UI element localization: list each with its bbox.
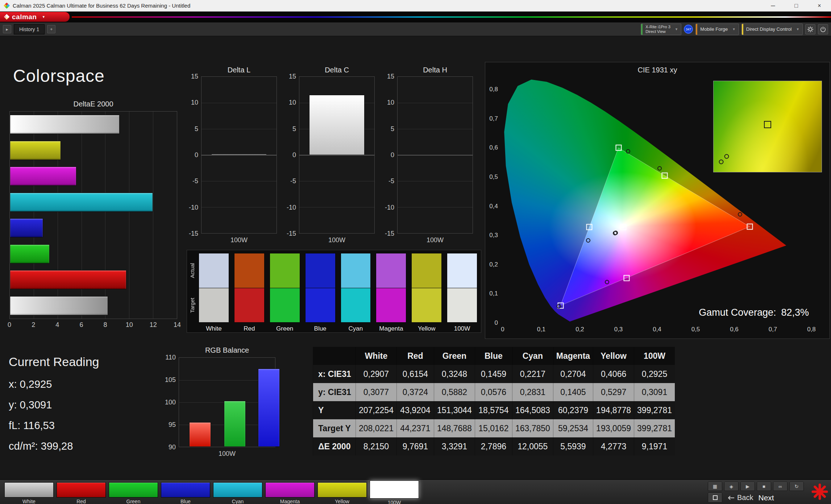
patch-color-green (109, 482, 158, 497)
patch-color-cyan (213, 482, 262, 497)
continuous-icon[interactable]: ∞ (773, 482, 788, 491)
next-button[interactable]: Next (758, 494, 774, 502)
delta-c-chart: Delta C 151050-5-10-15 100W (284, 66, 375, 244)
tab-history-1[interactable]: History 1 (14, 24, 45, 34)
gamut-coverage-label: Gamut Coverage: (699, 307, 776, 318)
refresh-icon[interactable]: ↻ (789, 482, 804, 491)
settings-button[interactable] (805, 24, 815, 34)
table-header-cell (313, 347, 356, 365)
tick-label: -10 (385, 203, 394, 211)
table-cell: 0,2217 (512, 365, 553, 383)
deltae-plot (9, 111, 177, 319)
delta-h-title: Delta H (397, 66, 473, 74)
patch-button-red[interactable]: Red (57, 482, 106, 504)
deltae-bar-yellow (10, 141, 61, 160)
table-cell: 4,2773 (593, 437, 634, 455)
table-cell: 163,7850 (512, 419, 553, 437)
cie-target-green (615, 145, 622, 151)
patch-button-magenta[interactable]: Magenta (265, 482, 315, 504)
calman-menu-button[interactable]: calman ▾ (0, 12, 70, 22)
table-cell: 0,3724 (396, 383, 434, 401)
chevron-down-icon: ▾ (797, 27, 799, 32)
table-header-cell: White (356, 347, 397, 365)
reading-x: x: 0,2925 (9, 378, 99, 390)
deltae-bar-row (10, 267, 177, 293)
cie-measured-red (738, 212, 742, 217)
play-icon[interactable]: ▶ (740, 482, 755, 491)
deltae-tick-label: 2 (32, 321, 35, 329)
patch-label: Cyan (213, 497, 262, 504)
table-cell: 0,2831 (512, 383, 553, 401)
deltae-bar-cyan (10, 193, 153, 212)
table-cell: 43,9204 (396, 401, 434, 419)
gridline (398, 129, 473, 129)
table-cell: 0,1459 (475, 365, 512, 383)
patch-button-100w[interactable]: 100W (370, 482, 419, 504)
tick-label: 10 (387, 99, 394, 106)
title-bar: Calman 2025 Calman Ultimate for Business… (0, 0, 831, 12)
maximize-button[interactable]: □ (785, 0, 808, 11)
target-swatch-white (199, 288, 229, 323)
table-cell: 0,2704 (553, 365, 593, 383)
minimize-button[interactable]: ─ (761, 0, 785, 11)
rgb-balance-xlabel: 100W (179, 450, 275, 458)
pattern-window-icon[interactable]: ▦ (708, 482, 722, 491)
patch-button-cyan[interactable]: Cyan (213, 482, 262, 504)
patch-color-yellow (317, 482, 367, 497)
tick-label: -5 (389, 177, 394, 185)
page-title: Colorspace (13, 66, 105, 86)
swatch-label-yellow: Yellow (411, 323, 442, 333)
deltae-bar-row (10, 163, 177, 189)
patch-button-blue[interactable]: Blue (161, 482, 210, 504)
meter-selector[interactable]: X-Rite i1Pro 3 Direct View ▾ (641, 24, 681, 35)
tick-label: 5 (292, 125, 296, 133)
swatch-label-cyan: Cyan (341, 323, 371, 333)
table-row-label: ΔE 2000 (313, 437, 356, 455)
meter-name: X-Rite i1Pro 3 (645, 25, 670, 29)
cie-x-tick: 0,5 (691, 326, 700, 333)
patch-button-white[interactable]: White (4, 482, 54, 504)
pattern-window-button[interactable] (708, 493, 722, 503)
deltae-tick-label: 12 (150, 321, 157, 329)
deltae-tick-label: 10 (126, 321, 133, 329)
meter-count-badge: 347 (684, 25, 693, 34)
stop-icon[interactable]: ■ (757, 482, 771, 491)
add-tab-button[interactable]: + (47, 25, 55, 33)
actual-swatch-red (234, 253, 265, 288)
power-button[interactable] (818, 24, 828, 34)
back-button[interactable]: Back (727, 494, 753, 502)
actual-swatch-cyan (341, 253, 371, 288)
deltae-bar-row (10, 112, 177, 138)
swatch-label-green: Green (270, 323, 300, 333)
display-control-selector[interactable]: Direct Display Control ▾ (741, 24, 803, 35)
cie-x-tick: 0,2 (576, 326, 584, 333)
cie-title: CIE 1931 xy (485, 66, 830, 74)
table-cell: 151,3044 (434, 401, 475, 419)
delta-l-chart: Delta L 151050-5-10-15 100W (186, 66, 277, 244)
close-button[interactable]: × (808, 0, 831, 11)
table-cell: 44,2371 (396, 419, 434, 437)
table-row: y: CIE310,30770,37240,58820,05760,28310,… (313, 383, 675, 401)
patch-button-yellow[interactable]: Yellow (317, 482, 367, 504)
cie-measured-green (626, 149, 630, 154)
cie-x-tick: 0,8 (807, 326, 816, 333)
patch-color-100w (370, 480, 419, 499)
gridline (299, 181, 374, 181)
table-cell: 59,2534 (553, 419, 593, 437)
deltae-bar-row (10, 215, 177, 241)
patch-button-green[interactable]: Green (109, 482, 158, 504)
calman-logo: calman (12, 13, 37, 21)
source-icon[interactable]: ◈ (724, 482, 739, 491)
tab-scroll-button[interactable]: ▸ (3, 25, 11, 33)
calman-diamond-icon (4, 14, 10, 20)
actual-target-swatch-panel: Actual Target WhiteRedGreenBlueCyanMagen… (187, 250, 481, 333)
display-status-stripe (742, 24, 743, 35)
rgb-balance-chart: RGB Balance 1101051009590 100W (163, 346, 275, 458)
pattern-source-selector[interactable]: Mobile Forge ▾ (695, 24, 739, 35)
back-arrow-icon (727, 495, 735, 500)
table-row-label: Target Y (313, 419, 356, 437)
cie-y-tick: 0,2 (489, 261, 498, 268)
delta-c-title: Delta C (299, 66, 375, 74)
workflow-toolbar: ▸ History 1 + X-Rite i1Pro 3 Direct View… (0, 22, 831, 36)
table-cell: 0,5882 (434, 383, 475, 401)
